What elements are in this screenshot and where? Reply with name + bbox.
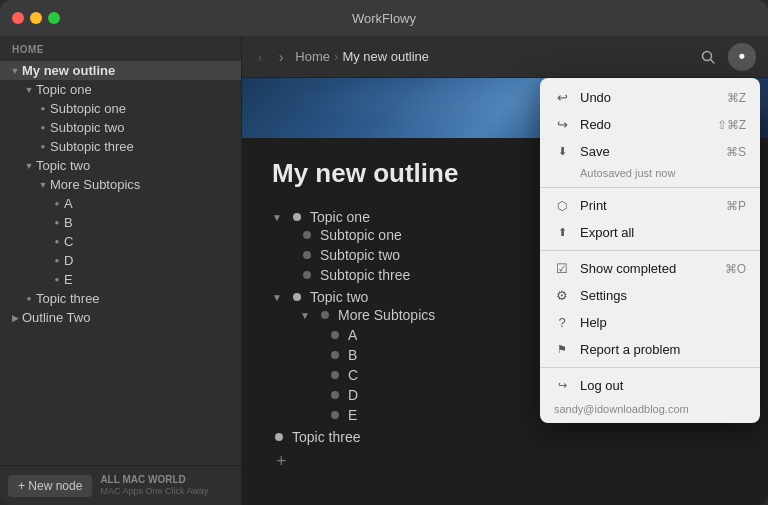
menu-divider [540, 187, 760, 188]
outline-item-label: Subtopic one [320, 227, 402, 243]
outline-item-label: A [348, 327, 357, 343]
sidebar-item-e[interactable]: ● E [0, 270, 241, 289]
breadcrumb-home[interactable]: Home [295, 49, 330, 64]
outline-item-label: Subtopic two [320, 247, 400, 263]
logout-icon: ↪ [554, 379, 570, 392]
chevron-down-icon: ▼ [272, 292, 284, 303]
sidebar-item-label: D [64, 253, 73, 268]
menu-user-email: sandy@idownloadblog.com [540, 399, 760, 417]
sidebar-item-subtopic-one[interactable]: ● Subtopic one [0, 99, 241, 118]
chevron-down-icon: ▼ [272, 212, 284, 223]
nav-bar: ‹ › Home › My new outline • [242, 36, 768, 78]
menu-dots-icon: • [739, 46, 745, 67]
menu-item-label: Settings [580, 288, 736, 303]
sidebar-item-subtopic-two[interactable]: ● Subtopic two [0, 118, 241, 137]
bullet-icon [331, 411, 339, 419]
sidebar-item-label: My new outline [22, 63, 115, 78]
menu-shortcut: ⌘P [726, 199, 746, 213]
chevron-down-icon: ▼ [22, 161, 36, 171]
menu-autosave-label: Autosaved just now [540, 165, 760, 183]
sidebar-home-label: HOME [0, 36, 241, 59]
menu-item-export-all[interactable]: ⬆ Export all [540, 219, 760, 246]
back-button[interactable]: ‹ [254, 47, 267, 67]
sidebar-item-a[interactable]: ● A [0, 194, 241, 213]
sidebar-item-label: Topic one [36, 82, 92, 97]
bullet-icon: ● [50, 237, 64, 246]
menu-item-help[interactable]: ? Help [540, 309, 760, 336]
menu-item-undo[interactable]: ↩ Undo ⌘Z [540, 84, 760, 111]
sidebar-item-label: Outline Two [22, 310, 90, 325]
sidebar-item-topic-two[interactable]: ▼ Topic two [0, 156, 241, 175]
menu-shortcut: ⌘Z [727, 91, 746, 105]
menu-item-show-completed[interactable]: ☑ Show completed ⌘O [540, 255, 760, 282]
minimize-button[interactable] [30, 12, 42, 24]
undo-icon: ↩ [554, 90, 570, 105]
chevron-down-icon: ▼ [22, 85, 36, 95]
bullet-icon: ● [50, 218, 64, 227]
menu-item-logout[interactable]: ↪ Log out [540, 372, 760, 399]
menu-item-label: Export all [580, 225, 736, 240]
help-icon: ? [554, 315, 570, 330]
menu-divider [540, 367, 760, 368]
menu-item-print[interactable]: ⬡ Print ⌘P [540, 192, 760, 219]
sidebar-item-topic-one[interactable]: ▼ Topic one [0, 80, 241, 99]
new-node-button[interactable]: + New node [8, 475, 92, 497]
forward-button[interactable]: › [275, 47, 288, 67]
sidebar-item-d[interactable]: ● D [0, 251, 241, 270]
checkbox-icon: ☑ [554, 261, 570, 276]
sidebar-item-label: E [64, 272, 73, 287]
sidebar: HOME ▼ My new outline ▼ Topic one ● Subt… [0, 36, 242, 505]
menu-item-label: Redo [580, 117, 707, 132]
window-title: WorkFlowy [352, 11, 416, 26]
outline-item-label: Topic two [310, 289, 368, 305]
bullet-icon: ● [50, 275, 64, 284]
bullet-icon: ● [22, 294, 36, 303]
outline-item-label: Topic three [292, 429, 360, 445]
menu-item-label: Undo [580, 90, 717, 105]
search-button[interactable] [694, 43, 722, 71]
menu-item-redo[interactable]: ↪ Redo ⇧⌘Z [540, 111, 760, 138]
breadcrumb: Home › My new outline [295, 49, 686, 64]
chevron-down-icon: ▼ [36, 180, 50, 190]
menu-shortcut: ⌘O [725, 262, 746, 276]
maximize-button[interactable] [48, 12, 60, 24]
sidebar-item-outline-two[interactable]: ▶ Outline Two [0, 308, 241, 327]
sidebar-item-more-subtopics[interactable]: ▼ More Subtopics [0, 175, 241, 194]
close-button[interactable] [12, 12, 24, 24]
menu-item-label: Report a problem [580, 342, 736, 357]
menu-item-settings[interactable]: ⚙ Settings [540, 282, 760, 309]
search-icon [701, 50, 715, 64]
sidebar-item-subtopic-three[interactable]: ● Subtopic three [0, 137, 241, 156]
add-item-button[interactable]: + [272, 447, 738, 472]
sidebar-item-topic-three[interactable]: ● Topic three [0, 289, 241, 308]
breadcrumb-separator: › [334, 49, 338, 64]
bullet-icon [303, 251, 311, 259]
menu-button[interactable]: • [728, 43, 756, 71]
chevron-down-icon: ▼ [8, 66, 22, 76]
sidebar-item-label: C [64, 234, 73, 249]
bullet-icon: ● [36, 123, 50, 132]
menu-item-label: Help [580, 315, 736, 330]
menu-item-save[interactable]: ⬇ Save ⌘S [540, 138, 760, 165]
svg-line-1 [711, 59, 715, 63]
new-node-label: + New node [18, 479, 82, 493]
bullet-icon: ● [50, 256, 64, 265]
sidebar-item-label: B [64, 215, 73, 230]
bullet-icon [293, 213, 301, 221]
outline-item-label: B [348, 347, 357, 363]
sidebar-item-c[interactable]: ● C [0, 232, 241, 251]
sidebar-item-my-new-outline[interactable]: ▼ My new outline [0, 61, 241, 80]
sidebar-item-label: Subtopic two [50, 120, 124, 135]
print-icon: ⬡ [554, 199, 570, 213]
menu-item-label: Log out [580, 378, 746, 393]
sidebar-item-label: A [64, 196, 73, 211]
sidebar-item-b[interactable]: ● B [0, 213, 241, 232]
outline-item-label: Subtopic three [320, 267, 410, 283]
menu-item-label: Show completed [580, 261, 715, 276]
menu-item-report-problem[interactable]: ⚑ Report a problem [540, 336, 760, 363]
menu-shortcut: ⇧⌘Z [717, 118, 746, 132]
report-icon: ⚑ [554, 343, 570, 356]
outline-item-topic-three: Topic three [272, 427, 738, 447]
sidebar-item-label: Topic three [36, 291, 100, 306]
sidebar-item-label: Subtopic one [50, 101, 126, 116]
